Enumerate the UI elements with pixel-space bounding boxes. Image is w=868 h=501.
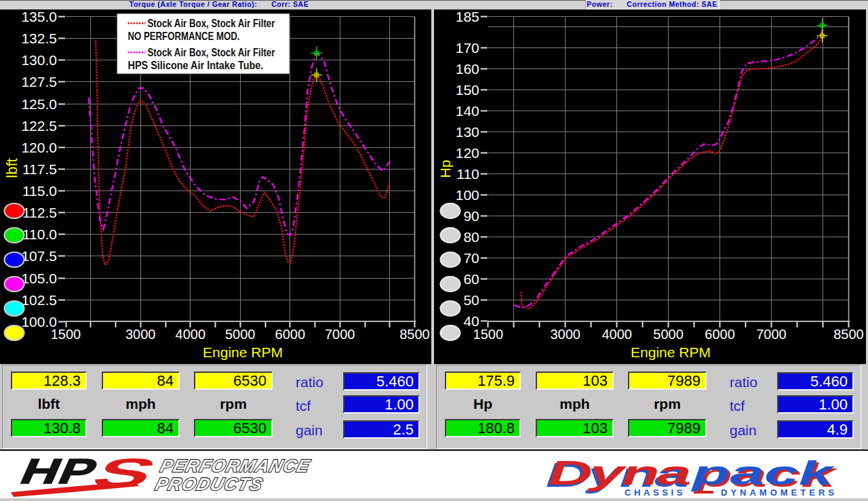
svg-text:7000: 7000 <box>756 327 787 342</box>
svg-text:4000: 4000 <box>601 327 632 342</box>
svg-text:185: 185 <box>456 9 479 24</box>
svg-text:122.5: 122.5 <box>21 118 57 134</box>
svg-text:102.5: 102.5 <box>21 292 57 308</box>
svg-text:1500: 1500 <box>473 327 504 342</box>
svg-text:5000: 5000 <box>225 327 256 342</box>
svg-text:107.5: 107.5 <box>21 248 57 264</box>
svg-text:70: 70 <box>463 250 479 266</box>
svg-text:110: 110 <box>456 166 479 182</box>
svg-text:PERFORMANCE: PERFORMANCE <box>158 456 313 475</box>
svg-text:pack: pack <box>690 454 835 492</box>
svg-text:3000: 3000 <box>125 327 156 342</box>
svg-text:Engine RPM: Engine RPM <box>631 344 711 360</box>
svg-text:5000: 5000 <box>653 327 684 342</box>
svg-text:105.0: 105.0 <box>21 270 57 286</box>
svg-text:DYNAMOMETERS: DYNAMOMETERS <box>721 487 837 498</box>
svg-text:170: 170 <box>456 40 479 56</box>
svg-text:Stock Air Box, Stock Air Filte: Stock Air Box, Stock Air Filter <box>148 17 275 30</box>
svg-text:8500: 8500 <box>833 327 864 342</box>
svg-text:6000: 6000 <box>275 327 306 342</box>
svg-text:80: 80 <box>463 229 479 245</box>
svg-text:Stock Air Box, Stock Air Filte: Stock Air Box, Stock Air Filter <box>148 46 275 59</box>
svg-text:120: 120 <box>456 145 479 161</box>
svg-text:1500: 1500 <box>51 327 81 342</box>
svg-text:8500: 8500 <box>399 327 430 342</box>
svg-text:135.0: 135.0 <box>21 9 57 24</box>
svg-text:115.0: 115.0 <box>22 183 57 199</box>
svg-text:120.0: 120.0 <box>21 140 57 155</box>
svg-text:60: 60 <box>463 271 479 287</box>
svg-text:HPS Silicone Air Intake Tube.: HPS Silicone Air Intake Tube. <box>128 59 264 71</box>
svg-text:50: 50 <box>463 292 479 308</box>
svg-text:125.0: 125.0 <box>21 96 57 112</box>
svg-text:117.5: 117.5 <box>22 161 57 177</box>
svg-text:Hp: Hp <box>437 160 453 178</box>
svg-text:NO PERFORMANCE MOD.: NO PERFORMANCE MOD. <box>128 29 240 42</box>
svg-text:3000: 3000 <box>550 327 580 342</box>
svg-text:PRODUCTS: PRODUCTS <box>153 474 266 494</box>
svg-text:4000: 4000 <box>176 327 206 342</box>
svg-text:140: 140 <box>456 103 479 119</box>
svg-text:90: 90 <box>463 208 479 224</box>
svg-text:160: 160 <box>456 61 479 77</box>
svg-text:130: 130 <box>456 124 479 140</box>
svg-text:7000: 7000 <box>325 327 355 342</box>
svg-text:130.0: 130.0 <box>21 52 57 68</box>
svg-text:lbft: lbft <box>3 158 20 178</box>
svg-text:132.5: 132.5 <box>21 31 57 46</box>
svg-text:112.5: 112.5 <box>22 205 57 220</box>
svg-text:CHASSIS: CHASSIS <box>625 487 686 498</box>
svg-text:127.5: 127.5 <box>21 74 57 89</box>
svg-text:Engine RPM: Engine RPM <box>203 344 283 360</box>
svg-text:6000: 6000 <box>705 327 735 342</box>
svg-text:100: 100 <box>456 187 479 203</box>
svg-text:Dyna: Dyna <box>548 454 690 492</box>
svg-text:150: 150 <box>456 82 479 98</box>
svg-text:110.0: 110.0 <box>22 226 57 242</box>
